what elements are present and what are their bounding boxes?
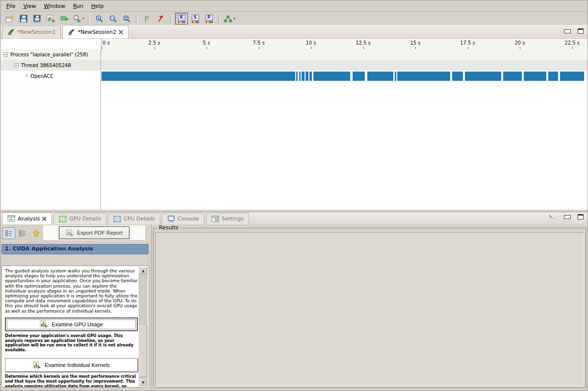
stream-coloring-button[interactable]: S bbox=[189, 13, 202, 24]
openacc-activity-segment[interactable] bbox=[395, 72, 396, 81]
zoom-tool-icon bbox=[73, 15, 81, 23]
console-icon bbox=[167, 216, 175, 222]
free-marker-button[interactable] bbox=[141, 13, 153, 24]
openacc-activity-segment[interactable] bbox=[309, 72, 312, 81]
export-panel: Export PDF Report bbox=[43, 225, 146, 241]
openacc-activity-segment[interactable] bbox=[296, 72, 298, 81]
openacc-activity-segment[interactable] bbox=[306, 72, 308, 81]
openacc-activity-segment[interactable] bbox=[353, 72, 365, 81]
ruler-label: 2.5 s bbox=[148, 40, 160, 46]
openacc-activity-segment[interactable] bbox=[465, 72, 501, 81]
examine-gpu-usage-button[interactable]: Examine GPU Usage bbox=[5, 318, 138, 331]
scroll-up-icon[interactable]: ▲ bbox=[139, 267, 147, 274]
save-button[interactable] bbox=[17, 13, 30, 24]
toolbar-separator bbox=[88, 14, 90, 23]
minimize-icon[interactable] bbox=[564, 215, 571, 219]
openacc-activity-segment[interactable] bbox=[548, 72, 558, 81]
menu-window[interactable]: Window bbox=[40, 1, 69, 11]
chevron-down-icon[interactable]: ▾ bbox=[82, 17, 84, 21]
analysis-tab-icon bbox=[7, 215, 15, 222]
resize-rows-button[interactable] bbox=[58, 13, 71, 24]
zoom-out-icon: − bbox=[109, 15, 117, 23]
zoom-out-button[interactable]: − bbox=[106, 13, 119, 24]
unguided-analysis-view-button[interactable] bbox=[16, 227, 29, 239]
process-coloring-icon: P bbox=[205, 15, 213, 23]
tab-settings[interactable]: Settings bbox=[206, 213, 249, 224]
maximize-icon[interactable] bbox=[578, 214, 584, 220]
guided-analysis-view-button[interactable] bbox=[2, 227, 15, 239]
tab-cpu-details[interactable]: CPU Details bbox=[108, 213, 160, 224]
ruler-label: 22.5 s bbox=[564, 40, 580, 46]
openacc-activity-segment[interactable] bbox=[102, 72, 295, 81]
menu-file[interactable]: File bbox=[2, 1, 19, 11]
time-ruler[interactable]: 0 s2.5 s5 s7.5 s10 s12.5 s15 s17.5 s20 s… bbox=[101, 39, 588, 49]
close-icon[interactable] bbox=[119, 30, 123, 34]
new-session-button[interactable] bbox=[3, 13, 16, 24]
openacc-activity-segment[interactable] bbox=[560, 72, 584, 81]
timeline-editor-pane: *NewSession1*NewSession2 0 s2.5 s5 s7.5 … bbox=[0, 25, 588, 210]
openacc-activity-segment[interactable] bbox=[313, 72, 350, 81]
expander-minus-icon[interactable] bbox=[14, 63, 19, 68]
unguided-analysis-view-icon bbox=[19, 230, 26, 237]
results-empty-panel bbox=[155, 232, 584, 386]
export-pdf-report-button[interactable]: Export PDF Report bbox=[59, 226, 129, 239]
tree-row-label: Thread 3865405248 bbox=[21, 63, 71, 68]
analysis-body: The guided analysis system walks you thr… bbox=[1, 266, 149, 388]
analysis-section-title: 1. CUDA Application Analysis bbox=[5, 245, 93, 252]
session-tab-1[interactable]: *NewSession1 bbox=[2, 25, 61, 38]
scrollbar-thumb[interactable] bbox=[139, 326, 147, 377]
zoom-tool-button[interactable]: ▾ bbox=[72, 13, 85, 24]
generate-timeline-icon bbox=[47, 15, 55, 23]
analysis-methods-button[interactable]: ▾ bbox=[223, 13, 236, 24]
openacc-activity-segment[interactable] bbox=[302, 72, 305, 81]
menu-view[interactable]: View bbox=[19, 1, 40, 11]
process-coloring-button[interactable]: P bbox=[203, 13, 215, 24]
close-icon[interactable] bbox=[42, 217, 47, 221]
tree-row-thread[interactable]: Thread 3865405248 bbox=[0, 60, 101, 71]
flag-marker-button[interactable] bbox=[154, 13, 167, 24]
openacc-activity-segment[interactable] bbox=[397, 72, 450, 81]
openacc-activity-segment[interactable] bbox=[367, 72, 393, 81]
kernel-coloring-button[interactable]: K bbox=[175, 13, 188, 24]
gpu-details-icon bbox=[59, 216, 67, 222]
session-tab-2[interactable]: *NewSession2 bbox=[62, 25, 128, 38]
toolbar-separator bbox=[136, 14, 138, 23]
tab-analysis[interactable]: Analysis bbox=[2, 212, 52, 224]
openacc-activity-segment[interactable] bbox=[503, 72, 522, 81]
maximize-icon[interactable] bbox=[578, 28, 584, 34]
zoom-fit-button[interactable]: ± bbox=[120, 13, 133, 24]
tree-row-process[interactable]: Process "laplace_parallel" (258) bbox=[0, 49, 101, 60]
timeline-canvas[interactable] bbox=[101, 49, 588, 210]
openacc-activity-segment[interactable] bbox=[452, 72, 463, 81]
export-pdf-icon bbox=[66, 229, 74, 236]
save-icon bbox=[20, 15, 27, 23]
cpu-details-icon bbox=[113, 216, 121, 222]
promote-button[interactable] bbox=[30, 227, 43, 239]
action-description: Determine your application's overall GPU… bbox=[5, 334, 138, 353]
save-all-icon bbox=[33, 15, 41, 23]
expander-minus-icon[interactable] bbox=[3, 52, 8, 57]
tab-console[interactable]: Console bbox=[162, 213, 205, 224]
view-menu-pencil-icon[interactable]: ✎.. bbox=[545, 216, 557, 218]
chevron-down-icon[interactable]: ▾ bbox=[233, 17, 235, 21]
zoom-in-button[interactable]: + bbox=[93, 13, 105, 24]
settings-icon bbox=[211, 216, 219, 222]
new-session-icon bbox=[5, 15, 14, 23]
examine-individual-kernels-button[interactable]: Examine Individual Kernels bbox=[5, 358, 138, 372]
generate-timeline-button[interactable] bbox=[45, 13, 57, 24]
minimize-icon[interactable] bbox=[564, 29, 571, 33]
scroll-down-icon[interactable]: ▼ bbox=[139, 379, 147, 386]
save-all-button[interactable] bbox=[31, 13, 44, 24]
action-description: Determine which kernels are the most per… bbox=[5, 374, 138, 388]
openacc-activity-segment[interactable] bbox=[524, 72, 546, 81]
tree-row-openacc[interactable]: └OpenACC bbox=[0, 71, 101, 81]
openacc-interval-row bbox=[101, 71, 588, 81]
openacc-activity-segment[interactable] bbox=[299, 72, 301, 81]
menu-run[interactable]: Run bbox=[69, 1, 87, 11]
analysis-scrollbar[interactable]: ▲ ▼ bbox=[139, 267, 148, 386]
ruler-label: 20 s bbox=[514, 40, 525, 46]
menu-help[interactable]: Help bbox=[87, 1, 107, 11]
ruler-label: 17.5 s bbox=[460, 40, 475, 46]
tab-gpu-details[interactable]: GPU Details bbox=[53, 213, 106, 224]
ruler-corner bbox=[0, 39, 101, 49]
